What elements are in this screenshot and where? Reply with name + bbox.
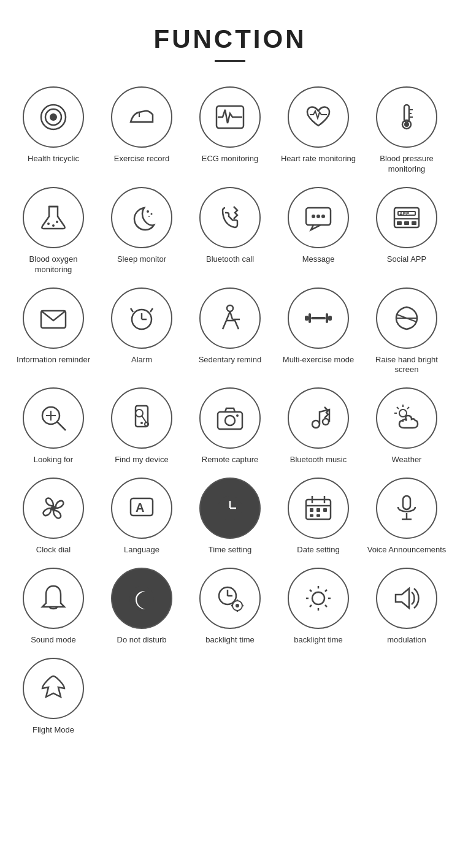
feature-information-reminder: Information reminder (12, 287, 94, 376)
svg-point-55 (312, 421, 320, 428)
find-device-icon-circle (111, 387, 172, 449)
svg-rect-37 (309, 313, 311, 323)
svg-line-61 (397, 407, 399, 409)
modulation-label: modulation (387, 635, 426, 645)
sound-mode-icon-circle (23, 568, 84, 629)
svg-line-99 (310, 605, 312, 607)
language-label: Language (124, 545, 159, 555)
flight-mode-label: Flight Mode (33, 725, 74, 736)
sleep-monitor-label: Sleep monitor (117, 254, 166, 265)
svg-point-21 (321, 215, 325, 218)
svg-point-2 (50, 113, 57, 121)
svg-line-97 (325, 605, 327, 607)
alarm-icon-circle (111, 287, 172, 349)
feature-sleep-monitor: Sleep monitor (101, 187, 183, 275)
backlight-time1-label: backlight time (205, 635, 254, 645)
svg-line-62 (407, 407, 409, 409)
feature-looking-for: Looking for (12, 387, 94, 465)
do-not-disturb-label: Do not disturb (117, 635, 167, 645)
message-icon-circle (288, 187, 349, 248)
svg-point-15 (147, 210, 149, 213)
multi-exercise-icon-circle (288, 287, 349, 349)
svg-line-34 (150, 308, 153, 312)
svg-point-17 (148, 216, 150, 217)
svg-line-96 (310, 590, 312, 592)
backlight-time2-label: backlight time (294, 635, 342, 645)
svg-point-53 (225, 416, 235, 425)
bluetooth-music-label: Bluetooth music (290, 455, 347, 465)
svg-line-44 (57, 422, 66, 430)
blood-oxygen-label: Blood oxygen monitoring (12, 254, 94, 275)
feature-heart-rate: Heart rate monitoring (277, 86, 359, 175)
backlight-time1-icon-circle (199, 568, 261, 629)
svg-rect-36 (305, 316, 309, 321)
ecg-monitoring-label: ECG monitoring (202, 154, 258, 164)
svg-rect-78 (403, 496, 410, 509)
feature-clock-dial: Clock dial (12, 478, 94, 555)
date-setting-icon-circle (288, 478, 349, 539)
blood-pressure-icon-circle (376, 86, 437, 148)
social-app-icon-circle: APP (376, 187, 437, 248)
time-setting-icon-circle (199, 478, 261, 539)
language-icon-circle: A (111, 478, 172, 539)
ecg-monitoring-icon-circle (199, 86, 261, 148)
feature-language: ALanguage (101, 478, 183, 555)
feature-date-setting: Date setting (277, 478, 359, 555)
svg-marker-100 (396, 588, 409, 608)
raise-hand-icon-circle (376, 287, 437, 349)
find-device-label: Find my device (115, 455, 168, 465)
feature-health-tricyclic: Health tricyclic (12, 86, 94, 175)
feature-backlight-time1: backlight time (189, 568, 271, 645)
svg-rect-52 (218, 412, 242, 429)
svg-point-48 (140, 422, 143, 424)
feature-blood-pressure: Blood pressure monitoring (366, 86, 448, 175)
svg-point-19 (312, 215, 315, 218)
feature-raise-hand: Raise hand bright screen (366, 287, 448, 376)
svg-rect-26 (397, 221, 402, 225)
information-reminder-icon-circle (23, 287, 84, 349)
svg-point-81 (129, 586, 154, 611)
svg-rect-40 (328, 316, 332, 321)
do-not-disturb-icon-circle (111, 568, 172, 629)
feature-social-app: APPSocial APP (366, 187, 448, 275)
multi-exercise-label: Multi-exercise mode (283, 355, 354, 365)
svg-rect-27 (404, 221, 409, 225)
looking-for-icon-circle (23, 387, 84, 449)
voice-announcements-icon-circle (376, 478, 437, 539)
remote-capture-label: Remote capture (202, 455, 259, 465)
blood-oxygen-icon-circle (23, 187, 84, 248)
svg-point-14 (56, 221, 58, 223)
feature-bluetooth-call: Bluetooth call (189, 187, 271, 275)
exercise-record-icon-circle (111, 86, 172, 148)
sound-mode-label: Sound mode (31, 635, 76, 645)
features-grid: Health tricyclicExercise recordECG monit… (12, 86, 448, 736)
feature-do-not-disturb: Do not disturb (101, 568, 183, 645)
feature-remote-capture: Remote capture (189, 387, 271, 465)
weather-icon-circle (376, 387, 437, 449)
svg-point-20 (316, 215, 320, 218)
svg-point-54 (236, 414, 239, 417)
feature-time-setting: Time setting (189, 478, 271, 555)
svg-rect-74 (316, 508, 320, 512)
weather-label: Weather (392, 455, 422, 465)
feature-blood-oxygen: Blood oxygen monitoring (12, 187, 94, 275)
feature-multi-exercise: Multi-exercise mode (277, 287, 359, 376)
feature-find-device: Find my device (101, 387, 183, 465)
feature-modulation: modulation (366, 568, 448, 645)
feature-ecg-monitoring: ECG monitoring (189, 86, 271, 175)
svg-point-51 (145, 422, 148, 426)
remote-capture-icon-circle (199, 387, 261, 449)
feature-voice-announcements: Voice Announcements (366, 478, 448, 555)
svg-rect-28 (412, 221, 416, 225)
feature-sedentary-remind: Sedentary remind (189, 287, 271, 376)
svg-rect-75 (323, 508, 327, 512)
time-setting-label: Time setting (209, 545, 251, 555)
svg-line-33 (131, 308, 133, 312)
heart-rate-label: Heart rate monitoring (281, 154, 356, 164)
svg-point-13 (52, 224, 55, 227)
social-app-label: Social APP (387, 254, 426, 265)
svg-point-35 (227, 305, 233, 311)
sleep-monitor-icon-circle (111, 187, 172, 248)
alarm-label: Alarm (131, 355, 152, 365)
clock-dial-label: Clock dial (36, 545, 71, 555)
